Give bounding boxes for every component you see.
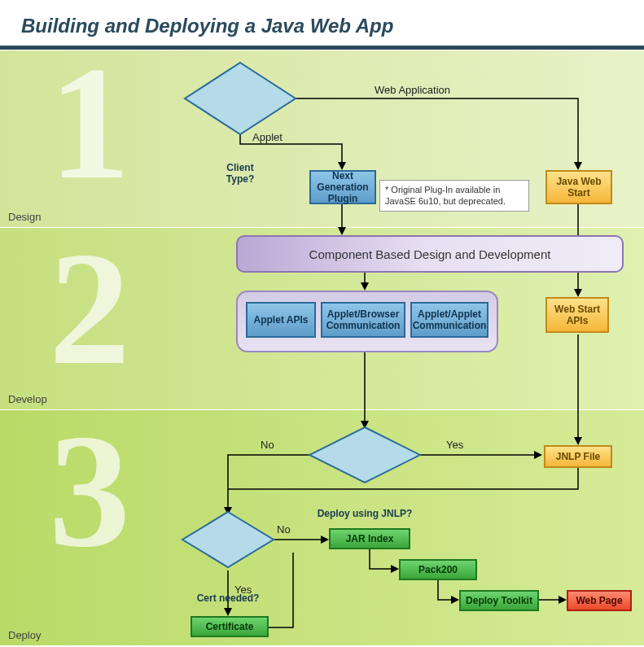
- edge-applet: Applet: [252, 131, 283, 143]
- phase-label-develop: Develop: [8, 393, 47, 405]
- deprecation-note: * Original Plug-In available in JavaSE 6…: [379, 180, 529, 212]
- edge-jnlp-no: No: [261, 439, 274, 451]
- decision-cert-needed: Cert needed?: [181, 510, 275, 569]
- big-number-3: 3: [49, 409, 130, 572]
- node-applet-apis: Applet APIs: [246, 302, 316, 338]
- svg-marker-23: [185, 63, 296, 134]
- node-pack200: Pack200: [399, 559, 477, 580]
- node-next-gen-plugin: Next Generation Plugin: [309, 170, 376, 204]
- node-applet-applet: Applet/Applet Communication: [410, 302, 488, 338]
- decision-client-type-label: Client Type?: [183, 136, 297, 211]
- node-applet-browser: Applet/Browser Communication: [321, 302, 405, 338]
- node-certificate: Certificate: [191, 616, 269, 637]
- phase-label-deploy: Deploy: [8, 629, 41, 641]
- node-java-web-start: Java Web Start: [545, 170, 612, 204]
- edge-cert-no: No: [277, 523, 291, 536]
- node-web-page: Web Page: [567, 590, 632, 611]
- decision-client-type: Client Type?: [183, 61, 297, 136]
- edge-jnlp-yes: Yes: [446, 439, 463, 451]
- diagram-canvas: 1 2 3 Design Develop Deploy: [0, 50, 644, 645]
- edge-web-application: Web Application: [375, 84, 450, 96]
- node-web-start-apis: Web Start APIs: [545, 297, 609, 333]
- big-number-1: 1: [49, 42, 130, 204]
- node-deploy-toolkit: Deploy Toolkit: [459, 590, 539, 611]
- edge-cert-yes: Yes: [234, 584, 252, 596]
- node-jar-index: JAR Index: [329, 528, 410, 549]
- node-jnlp-file: JNLP File: [544, 445, 612, 468]
- node-component-design: Component Based Design and Development: [236, 235, 624, 273]
- big-number-2: 2: [49, 227, 130, 390]
- phase-label-design: Design: [8, 211, 41, 223]
- svg-marker-24: [309, 427, 420, 483]
- decision-deploy-jnlp: Deploy using JNLP?: [308, 426, 422, 484]
- svg-marker-25: [182, 512, 274, 567]
